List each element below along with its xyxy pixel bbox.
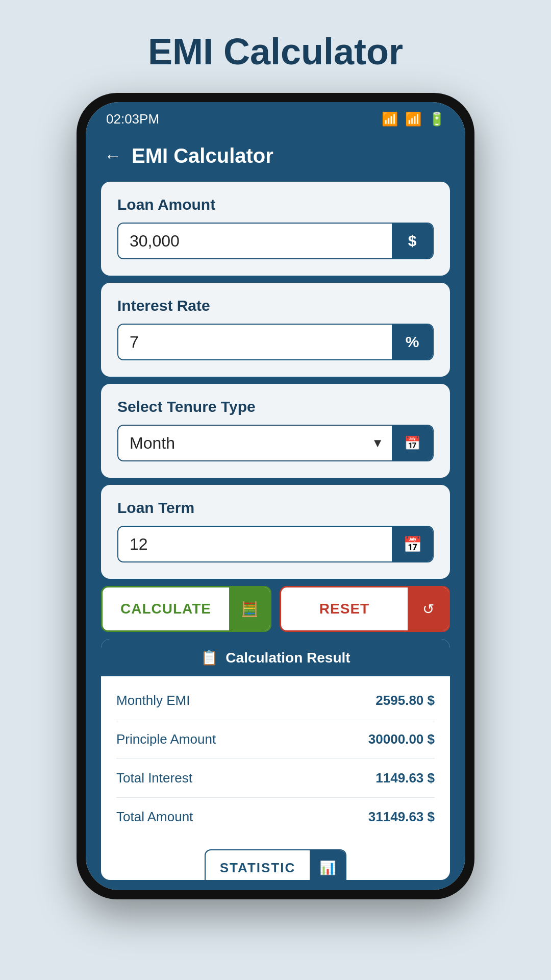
result-row-total-interest: Total Interest 1149.63 $	[116, 759, 435, 798]
principle-amount-label: Principle Amount	[116, 731, 216, 747]
action-buttons-row: CALCULATE 🧮 RESET ↺	[101, 586, 450, 632]
result-row-total-amount: Total Amount 31149.63 $	[116, 798, 435, 836]
loan-amount-input[interactable]	[118, 224, 392, 258]
results-body: Monthly EMI 2595.80 $ Principle Amount 3…	[101, 676, 450, 841]
loan-amount-card: Loan Amount $	[101, 182, 450, 276]
interest-rate-suffix: %	[392, 325, 433, 359]
total-interest-value: 1149.63 $	[375, 770, 435, 786]
result-row-principle: Principle Amount 30000.00 $	[116, 720, 435, 759]
monthly-emi-value: 2595.80 $	[375, 693, 435, 708]
reset-button[interactable]: RESET ↺	[280, 586, 450, 632]
status-icons: 📶 📶 🔋	[382, 111, 445, 127]
statistic-button-label: STATISTIC	[206, 860, 310, 876]
results-header-title: Calculation Result	[226, 650, 350, 666]
reset-button-label: RESET	[281, 601, 408, 617]
loan-term-input[interactable]	[118, 527, 392, 561]
app-header: ← EMI Calculator	[86, 133, 465, 182]
results-clipboard-icon: 📋	[201, 649, 218, 666]
tenure-type-select[interactable]: Month Year	[118, 426, 363, 460]
total-amount-value: 31149.63 $	[368, 809, 435, 825]
tenure-type-dropdown-row: Month Year ▼ 📅	[117, 425, 434, 461]
tenure-calendar-icon: 📅	[392, 426, 433, 460]
loan-term-calendar-icon: 📅	[392, 527, 433, 561]
statistic-row: STATISTIC 📊	[101, 841, 450, 880]
statistic-button[interactable]: STATISTIC 📊	[205, 849, 346, 880]
statistic-chart-icon: 📊	[310, 850, 345, 880]
dropdown-chevron-icon: ▼	[363, 426, 392, 460]
calculator-icon: 🧮	[229, 587, 270, 630]
loan-amount-input-row: $	[117, 223, 434, 259]
total-interest-label: Total Interest	[116, 770, 192, 786]
total-amount-label: Total Amount	[116, 809, 193, 825]
phone-screen: 02:03PM 📶 📶 🔋 ← EMI Calculator Loan Amou…	[86, 102, 465, 890]
tenure-type-card: Select Tenure Type Month Year ▼ 📅	[101, 384, 450, 478]
loan-term-input-row: 📅	[117, 526, 434, 562]
interest-rate-input[interactable]	[118, 325, 392, 359]
app-header-title: EMI Calculator	[132, 144, 273, 167]
results-card: 📋 Calculation Result Monthly EMI 2595.80…	[101, 639, 450, 880]
signal-icon: 📶	[405, 111, 421, 127]
interest-rate-label: Interest Rate	[117, 297, 434, 314]
wifi-icon: 📶	[382, 111, 398, 127]
results-header: 📋 Calculation Result	[101, 639, 450, 676]
phone-frame: 02:03PM 📶 📶 🔋 ← EMI Calculator Loan Amou…	[77, 93, 474, 899]
principle-amount-value: 30000.00 $	[368, 731, 435, 747]
tenure-type-label: Select Tenure Type	[117, 398, 434, 415]
interest-rate-input-row: %	[117, 324, 434, 360]
status-time: 02:03PM	[106, 111, 159, 127]
result-row-monthly-emi: Monthly EMI 2595.80 $	[116, 681, 435, 720]
loan-term-card: Loan Term 📅	[101, 485, 450, 579]
reset-icon: ↺	[408, 587, 448, 630]
interest-rate-card: Interest Rate %	[101, 283, 450, 377]
page-title: EMI Calculator	[148, 31, 403, 72]
loan-term-label: Loan Term	[117, 499, 434, 517]
loan-amount-label: Loan Amount	[117, 196, 434, 213]
back-button[interactable]: ←	[104, 146, 121, 166]
battery-icon: 🔋	[429, 111, 445, 127]
status-bar: 02:03PM 📶 📶 🔋	[86, 102, 465, 133]
monthly-emi-label: Monthly EMI	[116, 693, 190, 708]
calculate-button-label: CALCULATE	[103, 601, 229, 617]
calculate-button[interactable]: CALCULATE 🧮	[101, 586, 271, 632]
content-area: Loan Amount $ Interest Rate % Select Ten…	[86, 182, 465, 890]
loan-amount-suffix: $	[392, 224, 433, 258]
